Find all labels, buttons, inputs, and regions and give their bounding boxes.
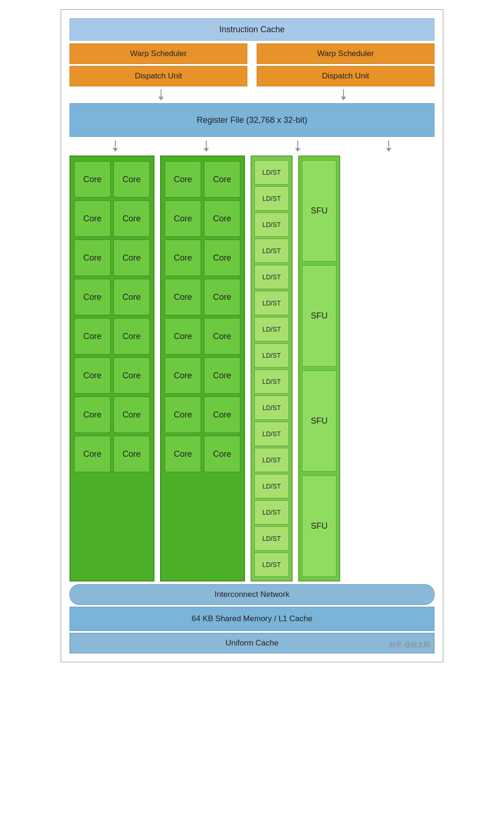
core-2-12: Core (204, 357, 240, 394)
ldst-15: LD/ST (254, 526, 289, 551)
dispatch-unit-row: Dispatch Unit Dispatch Unit (70, 66, 434, 86)
sfu-4: SFU (302, 475, 336, 577)
core-row-2-7: Core Core (165, 397, 240, 433)
instruction-cache-label: Instruction Cache (219, 25, 285, 35)
ldst-9: LD/ST (254, 369, 289, 394)
sfu-2: SFU (302, 265, 336, 367)
core-1-13: Core (74, 397, 111, 433)
core-2-11: Core (165, 357, 201, 394)
core-1-6: Core (113, 240, 150, 276)
core-1-15: Core (74, 436, 111, 472)
core-2-9: Core (165, 318, 201, 354)
core-2-14: Core (204, 397, 240, 433)
ldst-14: LD/ST (254, 500, 289, 524)
core-2-8: Core (204, 279, 240, 315)
core-1-14: Core (113, 397, 150, 433)
arrow-3 (112, 141, 118, 152)
core-1-16: Core (113, 436, 150, 472)
ldst-2: LD/ST (254, 186, 289, 211)
core-2-5: Core (165, 240, 201, 276)
core-1-12: Core (113, 357, 150, 394)
core-2-7: Core (165, 279, 201, 315)
arrow-5 (295, 141, 301, 152)
shared-memory-block: 64 KB Shared Memory / L1 Cache (70, 607, 434, 631)
core-row-1-6: Core Core (74, 357, 150, 394)
core-1-5: Core (74, 240, 111, 276)
sfu-group: SFU SFU SFU SFU (298, 156, 340, 581)
core-1-2: Core (113, 161, 150, 198)
ldst-1: LD/ST (254, 160, 289, 184)
core-2-16: Core (204, 436, 240, 472)
core-row-1-1: Core Core (74, 161, 150, 198)
ldst-group: LD/ST LD/ST LD/ST LD/ST LD/ST LD/ST LD/S… (251, 156, 293, 581)
arrow-6 (386, 141, 392, 152)
core-2-10: Core (204, 318, 240, 354)
core-1-10: Core (113, 318, 150, 354)
arrow-1 (158, 89, 164, 100)
core-2-1: Core (165, 161, 201, 198)
core-row-2-2: Core Core (165, 200, 240, 237)
diagram-wrapper: Instruction Cache Warp Scheduler Warp Sc… (61, 9, 443, 662)
register-file-block: Register File (32,768 x 32-bit) (70, 103, 434, 137)
core-1-11: Core (74, 357, 111, 394)
arrow-2 (341, 89, 346, 100)
dispatch-unit-2: Dispatch Unit (257, 66, 434, 86)
ldst-6: LD/ST (254, 291, 289, 315)
core-2-15: Core (165, 436, 201, 472)
core-row-1-8: Core Core (74, 436, 150, 472)
ldst-16: LD/ST (254, 553, 289, 577)
core-2-2: Core (204, 161, 240, 198)
ldst-12: LD/ST (254, 448, 289, 472)
interconnect-label: Interconnect Network (215, 590, 290, 599)
warp-scheduler-2: Warp Scheduler (257, 43, 434, 64)
core-row-2-3: Core Core (165, 240, 240, 276)
arrow-4 (203, 141, 209, 152)
ldst-3: LD/ST (254, 213, 289, 237)
core-row-2-5: Core Core (165, 318, 240, 354)
core-row-2-4: Core Core (165, 279, 240, 315)
core-row-2-8: Core Core (165, 436, 240, 472)
ldst-11: LD/ST (254, 422, 289, 446)
ldst-8: LD/ST (254, 343, 289, 368)
ldst-7: LD/ST (254, 317, 289, 341)
core-row-2-6: Core Core (165, 357, 240, 394)
core-2-4: Core (204, 200, 240, 237)
shared-memory-label: 64 KB Shared Memory / L1 Cache (192, 614, 313, 624)
core-group-2: Core Core Core Core Core Core Core Core … (160, 156, 245, 581)
core-1-7: Core (74, 279, 111, 315)
core-1-4: Core (113, 200, 150, 237)
core-group-1: Core Core Core Core Core Core Core Core … (70, 156, 154, 581)
core-row-2-1: Core Core (165, 161, 240, 198)
sfu-1: SFU (302, 160, 336, 262)
core-1-9: Core (74, 318, 111, 354)
warp-scheduler-row: Warp Scheduler Warp Scheduler (70, 43, 434, 64)
core-2-6: Core (204, 240, 240, 276)
diagram-container: Instruction Cache Warp Scheduler Warp Sc… (61, 9, 443, 662)
core-1-1: Core (74, 161, 111, 198)
ldst-4: LD/ST (254, 239, 289, 263)
ldst-13: LD/ST (254, 474, 289, 498)
watermark: 知乎 @捏太阳 (389, 641, 430, 649)
core-row-1-4: Core Core (74, 279, 150, 315)
core-row-1-5: Core Core (74, 318, 150, 354)
arrows-dispatch-to-register (70, 88, 434, 101)
core-1-3: Core (74, 200, 111, 237)
warp-scheduler-1: Warp Scheduler (70, 43, 247, 64)
uniform-cache-label: Uniform Cache (225, 638, 278, 648)
core-1-8: Core (113, 279, 150, 315)
register-file-label: Register File (32,768 x 32-bit) (196, 115, 307, 125)
instruction-cache-block: Instruction Cache (70, 18, 434, 41)
core-2-13: Core (165, 397, 201, 433)
uniform-cache-block: Uniform Cache (70, 633, 434, 653)
functional-units-row: Core Core Core Core Core Core Core Core … (70, 156, 434, 581)
core-row-1-7: Core Core (74, 397, 150, 433)
dispatch-unit-1: Dispatch Unit (70, 66, 247, 86)
arrows-register-to-units (70, 140, 434, 153)
ldst-5: LD/ST (254, 265, 289, 289)
interconnect-block: Interconnect Network (70, 584, 434, 605)
core-row-1-3: Core Core (74, 240, 150, 276)
core-row-1-2: Core Core (74, 200, 150, 237)
ldst-10: LD/ST (254, 396, 289, 420)
sfu-3: SFU (302, 370, 336, 472)
core-2-3: Core (165, 200, 201, 237)
